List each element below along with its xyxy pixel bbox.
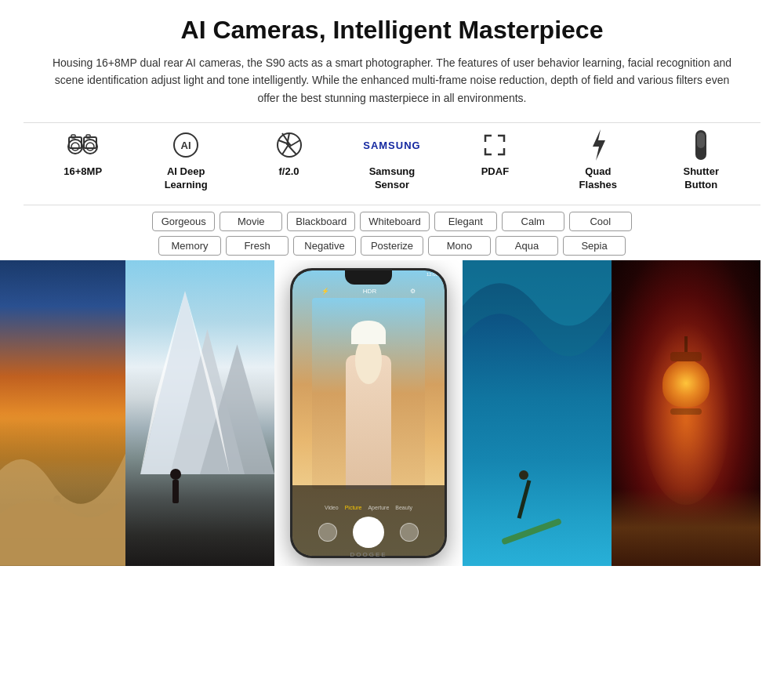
filter-cool[interactable]: Cool — [569, 212, 632, 231]
feature-resolution-label: 16+8MP — [64, 165, 102, 179]
filter-whiteboard[interactable]: Whiteboard — [360, 212, 429, 231]
camera-modes: Video Picture Aperture Beauty — [325, 505, 412, 510]
phone-mockup: 12:00 ⚡ HDR ⚙ — [290, 268, 447, 558]
feature-pdaf-label: PDAF — [481, 165, 509, 179]
phone-screen: 12:00 ⚡ HDR ⚙ — [292, 270, 445, 556]
filter-aqua[interactable]: Aqua — [495, 236, 558, 256]
shutter-button[interactable] — [353, 517, 384, 548]
feature-ai-label: AI DeepLearning — [165, 165, 208, 192]
flip-camera-button[interactable] — [400, 523, 419, 542]
svg-rect-19 — [697, 132, 705, 148]
aperture-icon — [275, 129, 303, 161]
photo-lantern — [612, 260, 760, 566]
filter-sepia[interactable]: Sepia — [563, 236, 626, 256]
divider — [24, 122, 760, 123]
filter-mono[interactable]: Mono — [428, 236, 491, 256]
photo-mountain — [125, 260, 274, 566]
mode-picture[interactable]: Picture — [345, 505, 362, 510]
photos-row: 12:00 ⚡ HDR ⚙ — [0, 260, 760, 566]
features-row: 16+8MP AI AI DeepLearning — [24, 129, 760, 192]
svg-line-12 — [289, 140, 300, 147]
filter-posterize[interactable]: Posterize — [361, 236, 423, 256]
filter-movie[interactable]: Movie — [220, 212, 282, 231]
pdaf-bracket-icon — [481, 129, 509, 161]
shutter-button-icon — [692, 129, 710, 161]
feature-pdaf: PDAF — [448, 129, 542, 179]
filters-row-2: Memory Fresh Negative Posterize Mono Aqu… — [24, 236, 760, 256]
divider2 — [24, 205, 760, 205]
feature-aperture-label: f/2.0 — [279, 165, 299, 179]
filter-blackboard[interactable]: Blackboard — [287, 212, 355, 231]
filters-row-1: Gorgeous Movie Blackboard Whiteboard Ele… — [24, 212, 760, 231]
filter-fresh[interactable]: Fresh — [226, 236, 289, 256]
svg-point-1 — [71, 143, 79, 151]
mode-beauty[interactable]: Beauty — [395, 505, 412, 510]
samsung-logo-icon: SAMSUNG — [363, 129, 420, 161]
page-wrapper: AI Cameras, Intelligent Masterpiece Hous… — [0, 0, 784, 256]
svg-marker-17 — [593, 129, 605, 161]
feature-resolution: 16+8MP — [36, 129, 130, 179]
gallery-button[interactable] — [318, 523, 337, 542]
mode-aperture[interactable]: Aperture — [368, 505, 389, 510]
mode-video[interactable]: Video — [325, 505, 339, 510]
lightning-icon — [586, 129, 610, 161]
phone-camera-ui: Video Picture Aperture Beauty — [292, 485, 445, 556]
page-description: Housing 16+8MP dual rear AI cameras, the… — [47, 54, 737, 107]
svg-point-4 — [83, 140, 97, 154]
svg-point-0 — [68, 140, 82, 154]
photo-sunset — [0, 260, 125, 566]
filter-gorgeous[interactable]: Gorgeous — [152, 212, 215, 231]
filter-negative[interactable]: Negative — [293, 236, 356, 256]
feature-flash-label: QuadFlashes — [579, 165, 617, 192]
photo-underwater — [463, 260, 612, 566]
svg-text:AI: AI — [181, 140, 191, 151]
feature-shutter-label: ShutterButton — [683, 165, 719, 192]
samsung-text: SAMSUNG — [363, 140, 420, 151]
filter-elegant[interactable]: Elegant — [434, 212, 497, 231]
camera-buttons — [318, 517, 419, 548]
svg-line-14 — [282, 143, 289, 154]
feature-samsung: SAMSUNG SamsungSensor — [345, 129, 439, 192]
page-title: AI Cameras, Intelligent Masterpiece — [24, 16, 760, 45]
phone-notch — [345, 270, 392, 285]
filter-calm[interactable]: Calm — [502, 212, 564, 231]
filter-memory[interactable]: Memory — [158, 236, 221, 256]
feature-ai: AI AI DeepLearning — [139, 129, 233, 192]
feature-shutter: ShutterButton — [654, 129, 748, 192]
feature-aperture: f/2.0 — [242, 129, 336, 179]
svg-point-5 — [86, 143, 94, 151]
svg-line-13 — [288, 145, 296, 154]
phone-center: 12:00 ⚡ HDR ⚙ — [274, 260, 463, 566]
camera-dual-icon — [67, 129, 99, 161]
feature-flash: QuadFlashes — [551, 129, 645, 192]
ai-brain-icon: AI — [172, 129, 200, 161]
feature-samsung-label: SamsungSensor — [369, 165, 416, 192]
